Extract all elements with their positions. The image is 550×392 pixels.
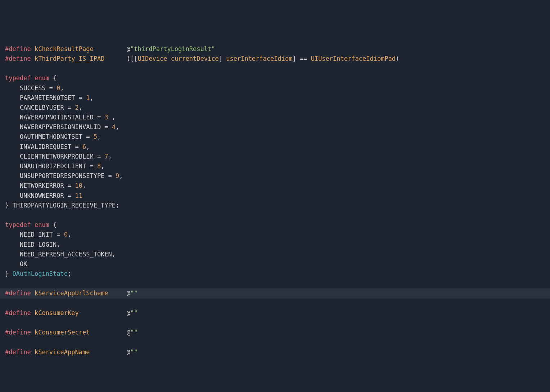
macro-name: kThirdParty_IS_IPAD xyxy=(35,55,104,62)
enum-member: SUCCESS xyxy=(20,85,46,92)
number: 3 xyxy=(104,114,108,121)
macro-name: kConsumerSecret xyxy=(35,329,90,336)
method-name: userInterfaceIdiom xyxy=(226,55,292,62)
number: 1 xyxy=(86,94,90,101)
code-line xyxy=(5,210,545,220)
number: 6 xyxy=(82,143,86,150)
directive-token: #define xyxy=(5,45,31,53)
code-line: PARAMETERNOTSET = 1, xyxy=(5,93,545,103)
brace: { xyxy=(53,74,57,82)
string-literal: "thirdPartyLoginResult" xyxy=(130,45,215,53)
macro-name: kCheckResultPage xyxy=(35,45,94,53)
enum-member: UNAUTHORIZEDCLIENT xyxy=(20,163,86,170)
code-line xyxy=(5,318,545,328)
brace: } xyxy=(5,270,12,277)
directive-token: #define xyxy=(5,55,31,62)
brace: { xyxy=(53,221,57,228)
punct: ([[ xyxy=(127,55,138,62)
enum-member: UNSUPPORTEDRESPONSETYPE xyxy=(20,172,104,179)
directive-token: #define xyxy=(5,329,31,336)
code-line: typedef enum { xyxy=(5,220,545,230)
code-line: NEED_INIT = 0, xyxy=(5,230,545,240)
macro-name: kServiceAppUrlScheme xyxy=(35,290,108,297)
enum-member: NEED_LOGIN xyxy=(20,241,57,248)
code-line: NAVERAPPVERSIONINVALID = 4, xyxy=(5,122,545,132)
enum-member: PARAMETERNOTSET xyxy=(20,94,75,101)
at-sign: @ xyxy=(127,348,130,356)
enum-member: NEED_INIT xyxy=(20,231,53,238)
string-literal: "" xyxy=(130,348,138,356)
enum-member: OK xyxy=(20,260,27,268)
punct: ] xyxy=(219,55,222,62)
enum-member: OAUTHMETHODNOTSET xyxy=(20,133,82,140)
string-literal: "" xyxy=(130,329,138,336)
at-sign: @ xyxy=(127,45,130,53)
enum-member: NAVERAPPVERSIONINVALID xyxy=(20,123,101,131)
code-line xyxy=(5,298,545,308)
code-line: #define kServiceAppName @"" xyxy=(5,347,545,357)
code-line: NAVERAPPNOTINSTALLED = 3 , xyxy=(5,113,545,122)
enum-member: INVALIDREQUEST xyxy=(20,143,71,150)
code-line: NEED_REFRESH_ACCESS_TOKEN, xyxy=(5,250,545,259)
punct: ) xyxy=(396,55,399,62)
type-name: THIRDPARTYLOGIN_RECEIVE_TYPE xyxy=(12,202,116,209)
number: 11 xyxy=(75,192,82,199)
code-line xyxy=(5,64,545,73)
at-sign: @ xyxy=(127,309,130,316)
keyword: typedef xyxy=(5,74,31,82)
at-sign: @ xyxy=(127,329,130,336)
enum-member: NEED_REFRESH_ACCESS_TOKEN xyxy=(20,251,112,258)
punct: ] xyxy=(292,55,296,62)
number: 0 xyxy=(57,85,60,92)
number: 10 xyxy=(75,182,82,189)
code-line: #define kConsumerKey @"" xyxy=(5,308,545,318)
code-line: UNKNOWNERROR = 11 xyxy=(5,191,545,201)
code-line: CANCELBYUSER = 2, xyxy=(5,103,545,113)
code-line: #define kConsumerSecret @"" xyxy=(5,328,545,337)
keyword: typedef xyxy=(5,221,31,228)
operator: == xyxy=(300,55,307,62)
code-line: typedef enum { xyxy=(5,73,545,83)
number: 9 xyxy=(116,172,119,179)
string-literal: "" xyxy=(130,309,138,316)
class-name: UIDevice xyxy=(138,55,167,62)
code-line: OAUTHMETHODNOTSET = 5, xyxy=(5,132,545,142)
macro-name: kConsumerKey xyxy=(35,309,79,316)
enum-member: UNKNOWNERROR xyxy=(20,192,64,199)
number: 0 xyxy=(64,231,68,238)
code-line: #define kCheckResultPage @"thirdPartyLog… xyxy=(5,44,545,54)
code-line: INVALIDREQUEST = 6, xyxy=(5,142,545,152)
code-line: UNAUTHORIZEDCLIENT = 8, xyxy=(5,161,545,171)
number: 4 xyxy=(112,123,116,131)
code-line: UNSUPPORTEDRESPONSETYPE = 9, xyxy=(5,171,545,181)
directive-token: #define xyxy=(5,309,31,316)
enum-member: NETWORKERROR xyxy=(20,182,64,189)
at-sign: @ xyxy=(127,290,130,297)
number: 8 xyxy=(97,163,101,170)
enum-member: CLIENTNETWORKPROBLEM xyxy=(20,153,94,160)
code-line: SUCCESS = 0, xyxy=(5,83,545,93)
code-line: } THIRDPARTYLOGIN_RECEIVE_TYPE; xyxy=(5,201,545,210)
keyword: enum xyxy=(35,74,49,82)
number: 5 xyxy=(94,133,97,140)
code-line: #define kThirdParty_IS_IPAD ([[UIDevice … xyxy=(5,54,545,64)
macro-name: kServiceAppName xyxy=(35,348,90,356)
enum-member: CANCELBYUSER xyxy=(20,104,64,111)
constant: UIUserInterfaceIdiomPad xyxy=(311,55,396,62)
type-name: OAuthLoginState xyxy=(12,270,68,277)
number: 2 xyxy=(75,104,79,111)
brace: } xyxy=(5,202,12,209)
directive-token: #define xyxy=(5,290,31,297)
directive-token: #define xyxy=(5,348,31,356)
method-name: currentDevice xyxy=(171,55,219,62)
code-line: NEED_LOGIN, xyxy=(5,240,545,250)
code-line: NETWORKERROR = 10, xyxy=(5,181,545,191)
code-line-highlighted: #define kServiceAppUrlScheme @"" xyxy=(0,288,550,298)
code-editor[interactable]: #define kCheckResultPage @"thirdPartyLog… xyxy=(5,44,545,357)
code-line: } OAuthLoginState; xyxy=(5,269,545,279)
keyword: enum xyxy=(35,221,49,228)
string-literal: "" xyxy=(130,290,138,297)
code-line xyxy=(5,279,545,288)
number: 7 xyxy=(104,153,108,160)
code-line xyxy=(5,337,545,347)
